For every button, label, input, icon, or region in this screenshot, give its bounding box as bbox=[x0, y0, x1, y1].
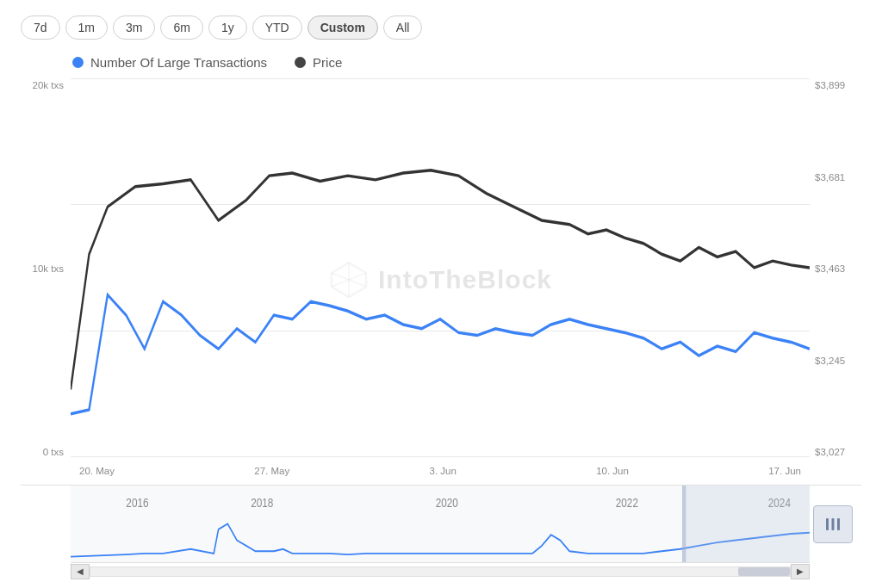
time-btn-1y[interactable]: 1y bbox=[208, 15, 247, 40]
y-left-top: 20k txs bbox=[21, 80, 71, 90]
y-right-1: $3,899 bbox=[810, 80, 861, 90]
mini-chart-left-spacer bbox=[21, 486, 71, 562]
y-right-5: $3,027 bbox=[810, 447, 861, 457]
svg-text:2016: 2016 bbox=[126, 496, 148, 510]
time-btn-custom[interactable]: Custom bbox=[307, 15, 378, 40]
svg-text:2020: 2020 bbox=[436, 496, 458, 510]
scrollbar-row: ◀ ▶ bbox=[71, 562, 810, 579]
main-container: 7d1m3m6m1yYTDCustomAll Number Of Large T… bbox=[0, 0, 882, 588]
mini-chart-inner: 2016 2018 2020 2022 2024 bbox=[71, 486, 810, 562]
mini-chart-svg: 2016 2018 2020 2022 2024 bbox=[71, 486, 810, 562]
x-label-4: 10. Jun bbox=[596, 466, 629, 476]
legend-dot-dark bbox=[295, 57, 306, 68]
chart-area: 20k txs 10k txs 0 txs bbox=[21, 78, 861, 579]
legend-item-price: Price bbox=[295, 55, 342, 70]
y-left-mid: 10k txs bbox=[21, 263, 71, 274]
time-btn-6m[interactable]: 6m bbox=[160, 15, 202, 40]
legend-label-price: Price bbox=[313, 55, 342, 70]
nav-icon-box[interactable] bbox=[813, 505, 853, 543]
x-label-5: 17. Jun bbox=[768, 466, 801, 476]
mini-chart-right-icon bbox=[810, 486, 861, 562]
svg-rect-14 bbox=[837, 518, 840, 530]
scroll-left-arrow[interactable]: ◀ bbox=[71, 564, 90, 579]
scroll-track[interactable] bbox=[90, 566, 791, 577]
chart-legend: Number Of Large Transactions Price bbox=[72, 55, 861, 70]
y-axis-right: $3,899 $3,681 $3,463 $3,245 $3,027 bbox=[810, 78, 861, 481]
main-chart-svg bbox=[71, 78, 810, 457]
y-left-bot: 0 txs bbox=[21, 447, 71, 457]
svg-text:2022: 2022 bbox=[616, 496, 638, 510]
y-right-3: $3,463 bbox=[810, 263, 861, 274]
time-btn-all[interactable]: All bbox=[383, 15, 423, 40]
chart-inner: IntoTheBlock 20. May 27. May 3. Jun 10. … bbox=[71, 78, 810, 481]
x-axis: 20. May 27. May 3. Jun 10. Jun 17. Jun bbox=[71, 461, 810, 481]
legend-item-transactions: Number Of Large Transactions bbox=[72, 55, 267, 70]
time-btn-1m[interactable]: 1m bbox=[65, 15, 108, 40]
main-chart-wrapper: 20k txs 10k txs 0 txs bbox=[21, 78, 861, 481]
x-label-2: 27. May bbox=[254, 466, 289, 476]
mini-chart-wrapper: 2016 2018 2020 2022 2024 bbox=[21, 485, 861, 562]
svg-rect-10 bbox=[685, 486, 810, 562]
x-label-1: 20. May bbox=[79, 466, 115, 476]
y-right-4: $3,245 bbox=[810, 356, 861, 366]
y-axis-left: 20k txs 10k txs 0 txs bbox=[21, 78, 71, 481]
legend-dot-blue bbox=[72, 57, 84, 68]
svg-rect-11 bbox=[682, 486, 686, 562]
time-btn-3m[interactable]: 3m bbox=[113, 15, 155, 40]
svg-rect-12 bbox=[826, 518, 829, 530]
legend-label-transactions: Number Of Large Transactions bbox=[90, 55, 267, 70]
scroll-right-arrow[interactable]: ▶ bbox=[791, 564, 810, 579]
x-label-3: 3. Jun bbox=[430, 466, 457, 476]
time-range-buttons: 7d1m3m6m1yYTDCustomAll bbox=[21, 15, 861, 40]
time-btn-7d[interactable]: 7d bbox=[21, 15, 60, 40]
svg-text:2018: 2018 bbox=[251, 496, 273, 510]
svg-rect-13 bbox=[832, 518, 835, 530]
time-btn-ytd[interactable]: YTD bbox=[252, 15, 302, 40]
scroll-thumb[interactable] bbox=[738, 567, 790, 576]
y-right-2: $3,681 bbox=[810, 172, 861, 183]
